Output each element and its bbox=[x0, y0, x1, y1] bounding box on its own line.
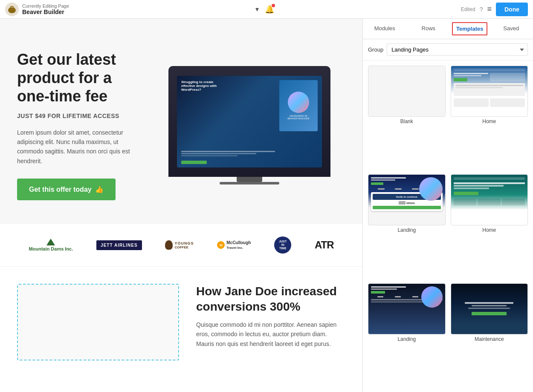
topbar-title: Currently Editing Page Beaver Builder bbox=[22, 3, 69, 15]
site-name-label: Beaver Builder bbox=[22, 9, 69, 15]
cta-button[interactable]: Get this offer today 👍 bbox=[17, 179, 116, 200]
case-study-body: Quisque commodo id mi non porttitor. Aen… bbox=[196, 320, 345, 349]
hero-text: Get our latest product for a one-time fe… bbox=[17, 50, 136, 200]
topbar-center: ▾ 🔔 bbox=[254, 3, 276, 16]
template-home-1[interactable]: Home bbox=[451, 66, 528, 169]
logo-just-in-time: JUSTINTIME bbox=[274, 236, 291, 254]
logo-mountain-dams: Mountain Dams Inc. bbox=[29, 239, 73, 251]
right-panel: Modules Rows Templates Saved Group Landi… bbox=[362, 19, 533, 392]
help-button[interactable]: ? bbox=[480, 6, 483, 13]
hero-section: Get our latest product for a one-time fe… bbox=[0, 19, 362, 223]
tab-rows[interactable]: Rows bbox=[407, 19, 451, 39]
main-layout: Get our latest product for a one-time fe… bbox=[0, 19, 533, 392]
logo-mccullough: M McCulloughTravel Inc. bbox=[217, 240, 251, 250]
thumbs-up-icon: 👍 bbox=[95, 185, 104, 193]
edited-status: Edited bbox=[461, 6, 475, 12]
panel-tabs: Modules Rows Templates Saved bbox=[363, 19, 533, 39]
topbar-chevron-button[interactable]: ▾ bbox=[254, 3, 261, 15]
tab-templates[interactable]: Templates bbox=[452, 22, 487, 35]
hero-heading: Get our latest product for a one-time fe… bbox=[17, 50, 136, 106]
templates-grid: Blank bbox=[363, 61, 533, 392]
notification-dot bbox=[272, 4, 275, 7]
template-maintenance[interactable]: Maintenance bbox=[451, 283, 528, 387]
settings-list-button[interactable]: ≡ bbox=[487, 5, 492, 14]
page-content: Get our latest product for a one-time fe… bbox=[0, 19, 362, 392]
tab-modules[interactable]: Modules bbox=[363, 19, 407, 39]
template-blank-label: Blank bbox=[368, 118, 446, 126]
group-label: Group bbox=[368, 46, 383, 53]
hero-subtitle: JUST $49 FOR LIFETIME ACCESS bbox=[17, 112, 136, 119]
beaver-builder-logo bbox=[5, 3, 19, 16]
template-home-2[interactable]: Home bbox=[451, 174, 528, 278]
done-button[interactable]: Done bbox=[496, 3, 528, 16]
template-maintenance-label: Maintenance bbox=[451, 336, 528, 344]
landing-pages-select[interactable]: Landing Pages Home Pages About Pages Con… bbox=[387, 43, 528, 56]
svg-point-4 bbox=[12, 7, 13, 8]
hero-body: Lorem ipsum dolor sit amet, consectetur … bbox=[17, 128, 136, 166]
svg-point-3 bbox=[11, 7, 12, 8]
logo-youngs-coffee: YOUNGS COFFEE bbox=[165, 240, 194, 250]
case-study-heading: How Jane Doe increased conversions 300% bbox=[196, 284, 345, 315]
template-landing-1[interactable]: Verify to continue vimeo Landing bbox=[368, 174, 446, 278]
logo-atr: ATR bbox=[315, 239, 334, 251]
template-home1-label: Home bbox=[451, 118, 528, 126]
notifications-button[interactable]: 🔔 bbox=[263, 3, 276, 16]
case-study-text: How Jane Doe increased conversions 300% … bbox=[196, 284, 345, 360]
hero-image: Struggling to createeffective designs wi… bbox=[154, 66, 345, 184]
template-landing2-label: Landing bbox=[368, 336, 446, 344]
template-landing-2[interactable]: Landing bbox=[368, 283, 446, 387]
svg-point-2 bbox=[10, 6, 14, 9]
case-study-image bbox=[17, 284, 179, 360]
logo-jett-airlines: JETT AIRLINES bbox=[96, 240, 142, 250]
template-landing1-label: Landing bbox=[368, 227, 446, 235]
bottom-section: How Jane Doe increased conversions 300% … bbox=[0, 266, 362, 378]
canvas-area: Get our latest product for a one-time fe… bbox=[0, 19, 362, 392]
template-blank[interactable]: Blank bbox=[368, 66, 446, 169]
cta-label: Get this offer today bbox=[29, 186, 92, 193]
template-home2-label: Home bbox=[451, 227, 528, 235]
logos-section: Mountain Dams Inc. JETT AIRLINES YOUNGS … bbox=[0, 223, 362, 266]
currently-editing-label: Currently Editing Page bbox=[22, 3, 69, 9]
topbar-right: Edited ? ≡ Done bbox=[461, 3, 528, 16]
topbar-left: Currently Editing Page Beaver Builder bbox=[5, 3, 69, 16]
topbar: Currently Editing Page Beaver Builder ▾ … bbox=[0, 0, 533, 19]
tab-saved[interactable]: Saved bbox=[489, 19, 533, 39]
group-filter: Group Landing Pages Home Pages About Pag… bbox=[363, 39, 533, 61]
